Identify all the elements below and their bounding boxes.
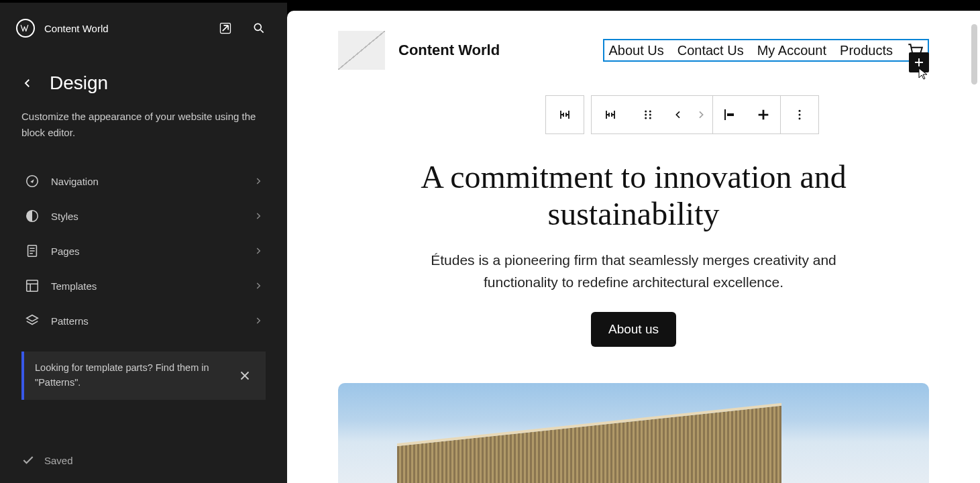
menu-item-styles[interactable]: Styles (21, 199, 266, 233)
chevron-right-icon (254, 281, 263, 290)
move-right-button[interactable] (690, 96, 712, 133)
svg-point-16 (799, 110, 801, 112)
section-description: Customize the appearance of your website… (21, 109, 266, 141)
block-toolbar (545, 95, 980, 134)
svg-point-13 (649, 117, 651, 119)
svg-point-1 (254, 23, 261, 30)
scrollbar[interactable] (971, 24, 977, 85)
styles-icon (24, 208, 40, 224)
patterns-icon (24, 313, 40, 329)
block-type-button[interactable] (546, 96, 584, 133)
nav-link-about[interactable]: About Us (608, 43, 663, 58)
add-block-button[interactable] (909, 52, 929, 72)
nav-link-account[interactable]: My Account (757, 43, 826, 58)
hero-cta-button[interactable]: About us (591, 312, 676, 347)
svg-point-12 (645, 117, 647, 119)
section-title: Design (50, 72, 108, 94)
site-logo-placeholder[interactable] (338, 31, 385, 70)
menu-item-templates[interactable]: Templates (21, 268, 266, 303)
template-parts-notice: Looking for template parts? Find them in… (21, 352, 266, 400)
site-preview-canvas[interactable]: Content World About Us Contact Us My Acc… (287, 11, 980, 483)
editor-sidebar: Content World Design Customize the appea… (0, 3, 287, 483)
menu-item-pages[interactable]: Pages (21, 233, 266, 268)
menu-label: Navigation (51, 176, 243, 187)
chevron-right-icon (254, 246, 263, 256)
templates-icon (24, 278, 40, 294)
move-left-button[interactable] (667, 96, 690, 133)
menu-label: Pages (51, 246, 243, 257)
check-icon (21, 453, 35, 467)
chevron-right-icon (254, 176, 263, 186)
svg-rect-15 (727, 113, 734, 116)
notice-text: Looking for template parts? Find them in… (35, 361, 227, 390)
pages-icon (24, 243, 40, 259)
hero-subtitle[interactable]: Études is a pioneering firm that seamles… (399, 250, 869, 293)
hero-image[interactable] (338, 383, 929, 483)
align-button[interactable] (713, 96, 747, 133)
chevron-right-icon (254, 316, 263, 325)
menu-item-navigation[interactable]: Navigation (21, 164, 266, 199)
sidebar-header: Content World (0, 3, 287, 54)
design-menu: Navigation Styles Pages (21, 164, 266, 338)
close-notice-button[interactable] (235, 366, 255, 386)
site-title: Content World (44, 23, 204, 34)
svg-point-11 (649, 114, 651, 116)
svg-point-17 (799, 114, 801, 116)
more-options-button[interactable] (781, 96, 818, 133)
nav-link-products[interactable]: Products (840, 43, 893, 58)
saved-label: Saved (44, 455, 73, 466)
add-item-button[interactable] (747, 96, 780, 133)
site-header: Content World About Us Contact Us My Acc… (287, 11, 980, 76)
svg-rect-5 (27, 280, 38, 292)
compass-icon (24, 173, 40, 189)
site-brand[interactable]: Content World (398, 42, 500, 59)
wordpress-logo-icon[interactable] (16, 19, 35, 38)
menu-label: Templates (51, 280, 243, 292)
select-parent-button[interactable] (592, 96, 629, 133)
open-site-button[interactable] (213, 16, 237, 40)
menu-label: Styles (51, 211, 243, 222)
svg-point-18 (799, 117, 801, 119)
back-button[interactable] (21, 77, 35, 89)
chevron-right-icon (254, 211, 263, 221)
saved-status: Saved (0, 440, 287, 483)
hero-section: A commitment to innovation and sustainab… (287, 134, 980, 347)
navigation-block-selected[interactable]: About Us Contact Us My Account Products (603, 39, 929, 62)
svg-point-10 (645, 114, 647, 116)
nav-link-contact[interactable]: Contact Us (677, 43, 744, 58)
drag-handle[interactable] (629, 96, 667, 133)
hero-title[interactable]: A commitment to innovation and sustainab… (354, 158, 913, 232)
menu-item-patterns[interactable]: Patterns (21, 303, 266, 338)
svg-point-9 (649, 111, 651, 113)
search-button[interactable] (247, 16, 271, 40)
menu-label: Patterns (51, 315, 243, 327)
svg-point-8 (645, 111, 647, 113)
svg-rect-14 (724, 109, 726, 120)
